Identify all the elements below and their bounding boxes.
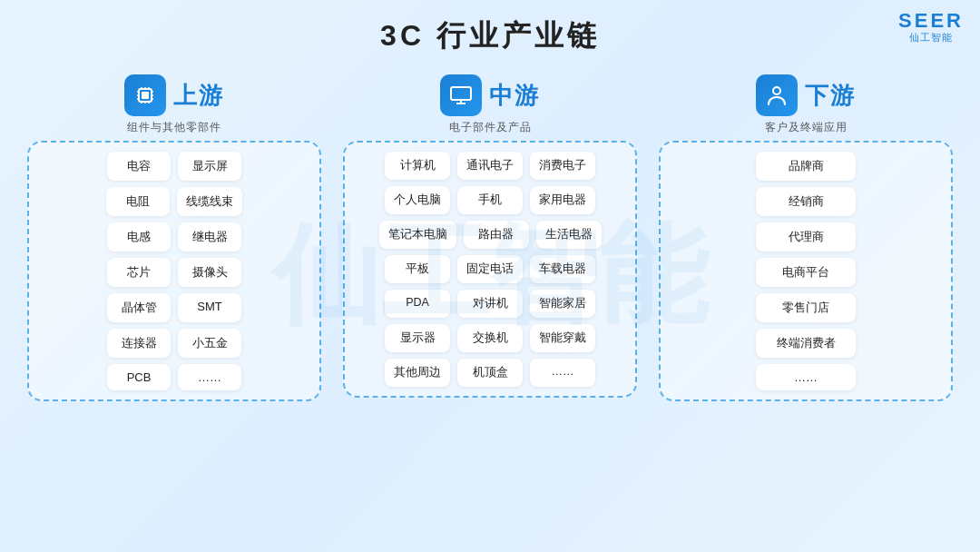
list-item: 线缆线束: [177, 187, 242, 216]
list-item: 继电器: [178, 222, 241, 251]
table-row: 零售门店: [670, 293, 942, 322]
items-grid-midstream: 计算机通讯电子消费电子个人电脑手机家用电器笔记本电脑路由器生活电器平板固定电话车…: [354, 152, 626, 387]
list-item: 电感: [107, 222, 171, 251]
items-grid-upstream: 电容显示屏电阻线缆线束电感继电器芯片摄像头晶体管SMT连接器小五金PCB……: [38, 152, 310, 390]
section-subtitle-upstream: 组件与其他零部件: [127, 120, 221, 135]
table-row: 经销商: [670, 187, 942, 216]
table-row: 平板固定电话车载电器: [354, 255, 626, 283]
list-item: 智能穿戴: [530, 324, 595, 352]
table-row: 笔记本电脑路由器生活电器: [354, 221, 626, 249]
table-row: 电容显示屏: [38, 152, 310, 181]
list-item: 交换机: [457, 324, 523, 352]
table-row: 晶体管SMT: [38, 293, 310, 322]
svg-point-17: [773, 87, 780, 94]
table-row: ……: [670, 364, 942, 390]
table-row: 电感继电器: [38, 222, 310, 251]
section-header-midstream: 中游: [440, 74, 540, 116]
list-item: 对讲机: [457, 290, 523, 318]
table-row: PCB……: [38, 364, 310, 390]
list-item: PDA: [385, 290, 450, 318]
list-item: 生活电器: [536, 221, 602, 249]
logo: SEER 仙工智能: [898, 11, 964, 44]
list-item: 芯片: [107, 258, 171, 287]
table-row: 连接器小五金: [38, 329, 310, 358]
section-title-midstream: 中游: [489, 80, 540, 112]
table-row: 显示器交换机智能穿戴: [354, 324, 626, 352]
list-item: 通讯电子: [457, 152, 523, 180]
list-item: 手机: [457, 186, 523, 214]
list-item: 平板: [385, 255, 450, 283]
list-item: 零售门店: [756, 293, 856, 322]
list-item: 电商平台: [756, 258, 856, 287]
section-header-downstream: 下游: [756, 74, 856, 116]
list-item: 消费电子: [530, 152, 595, 180]
list-item: ……: [756, 364, 856, 390]
list-item: 车载电器: [530, 255, 595, 283]
list-item: 路由器: [464, 221, 529, 249]
section-icon-downstream: [756, 74, 798, 116]
table-row: 其他周边机顶盒……: [354, 359, 626, 387]
list-item: 连接器: [107, 329, 171, 358]
table-row: 电阻线缆线束: [38, 187, 310, 216]
table-row: PDA对讲机智能家居: [354, 290, 626, 318]
logo-cn: 仙工智能: [909, 31, 953, 44]
list-item: 电阻: [106, 187, 170, 216]
column-upstream: 上游组件与其他零部件电容显示屏电阻线缆线束电感继电器芯片摄像头晶体管SMT连接器…: [27, 74, 321, 401]
section-subtitle-midstream: 电子部件及产品: [449, 120, 532, 135]
items-grid-downstream: 品牌商经销商代理商电商平台零售门店终端消费者……: [670, 152, 942, 390]
section-header-upstream: 上游: [124, 74, 224, 116]
logo-seer: SEER: [898, 11, 964, 31]
table-row: 芯片摄像头: [38, 258, 310, 287]
list-item: 显示屏: [178, 152, 241, 181]
list-item: 电容: [107, 152, 171, 181]
column-downstream: 下游客户及终端应用品牌商经销商代理商电商平台零售门店终端消费者……: [659, 74, 953, 401]
section-icon-upstream: [124, 74, 166, 116]
list-item: 晶体管: [107, 293, 171, 322]
table-row: 电商平台: [670, 258, 942, 287]
list-item: 代理商: [756, 222, 856, 251]
list-item: ……: [530, 359, 595, 387]
section-icon-midstream: [440, 74, 482, 116]
list-item: 终端消费者: [756, 329, 856, 358]
list-item: 其他周边: [385, 359, 450, 387]
list-item: 智能家居: [530, 290, 595, 318]
table-row: 代理商: [670, 222, 942, 251]
list-item: 计算机: [385, 152, 450, 180]
section-title-downstream: 下游: [805, 80, 856, 112]
dashed-box-downstream: 品牌商经销商代理商电商平台零售门店终端消费者……: [659, 141, 953, 401]
list-item: 品牌商: [756, 152, 856, 181]
svg-rect-14: [451, 87, 471, 100]
list-item: 个人电脑: [385, 186, 450, 214]
list-item: 固定电话: [457, 255, 523, 283]
table-row: 个人电脑手机家用电器: [354, 186, 626, 214]
list-item: 经销商: [756, 187, 856, 216]
columns-container: 上游组件与其他零部件电容显示屏电阻线缆线束电感继电器芯片摄像头晶体管SMT连接器…: [0, 62, 980, 414]
section-title-upstream: 上游: [173, 80, 224, 112]
list-item: SMT: [178, 293, 241, 322]
column-midstream: 中游电子部件及产品计算机通讯电子消费电子个人电脑手机家用电器笔记本电脑路由器生活…: [343, 74, 637, 401]
list-item: 家用电器: [530, 186, 595, 214]
main-title: 3C 行业产业链: [0, 0, 980, 56]
table-row: 终端消费者: [670, 329, 942, 358]
list-item: 摄像头: [178, 258, 241, 287]
section-subtitle-downstream: 客户及终端应用: [765, 120, 848, 135]
list-item: PCB: [107, 364, 171, 390]
table-row: 品牌商: [670, 152, 942, 181]
list-item: ……: [178, 364, 241, 390]
list-item: 笔记本电脑: [379, 221, 456, 249]
dashed-box-midstream: 计算机通讯电子消费电子个人电脑手机家用电器笔记本电脑路由器生活电器平板固定电话车…: [343, 141, 637, 398]
table-row: 计算机通讯电子消费电子: [354, 152, 626, 180]
svg-rect-1: [142, 92, 149, 99]
list-item: 机顶盒: [457, 359, 523, 387]
dashed-box-upstream: 电容显示屏电阻线缆线束电感继电器芯片摄像头晶体管SMT连接器小五金PCB……: [27, 141, 321, 401]
list-item: 显示器: [385, 324, 450, 352]
list-item: 小五金: [178, 329, 241, 358]
